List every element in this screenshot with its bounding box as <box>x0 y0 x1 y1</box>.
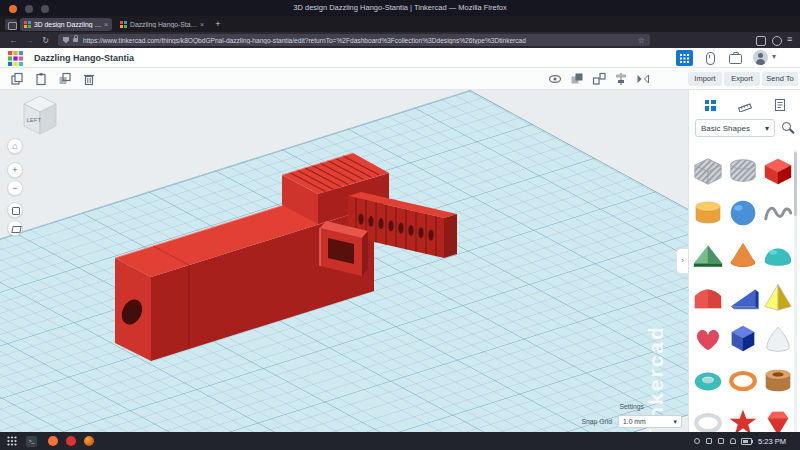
account-caret-icon[interactable]: ▾ <box>772 52 776 61</box>
shape-paraboloid[interactable] <box>760 318 795 360</box>
tray-volume-icon[interactable] <box>718 438 724 444</box>
shape-scribble[interactable] <box>760 192 795 234</box>
shape-star[interactable] <box>725 402 760 432</box>
shape-wedge[interactable] <box>725 276 760 318</box>
delete-button[interactable] <box>82 72 96 86</box>
firefox-app-icon[interactable] <box>48 436 58 446</box>
export-button[interactable]: Export <box>724 72 760 86</box>
home-view-button[interactable]: ⌂ <box>7 138 23 154</box>
shape-box[interactable] <box>760 150 795 192</box>
browser-app-icon[interactable] <box>66 436 76 446</box>
shape-round-roof[interactable] <box>690 276 725 318</box>
mouse-settings-icon[interactable] <box>706 52 715 65</box>
tinkercad-logo[interactable] <box>8 51 23 66</box>
canvas-viewport[interactable]: LEFT ⌂ + − › Tinkercad Settings Snap Gri… <box>0 90 688 432</box>
tinkercad-favicon <box>24 21 31 28</box>
search-icon <box>782 122 791 131</box>
design-title[interactable]: Dazzling Hango-Stantia <box>34 53 134 63</box>
fit-view-icon <box>12 207 20 215</box>
new-tab-button[interactable]: + <box>212 18 224 30</box>
navigation-bar: ← → ↻ https://www.tinkercad.com/things/k… <box>0 32 800 48</box>
shape-polygon[interactable] <box>725 318 760 360</box>
show-all-button[interactable] <box>548 72 562 86</box>
shape-tube[interactable] <box>760 360 795 402</box>
import-button[interactable]: Import <box>688 72 722 86</box>
snap-grid-caret-icon: ▾ <box>674 418 677 426</box>
zoom-in-button[interactable]: + <box>7 162 23 178</box>
shape-cone[interactable] <box>725 234 760 276</box>
battery-icon <box>741 438 752 445</box>
shape-category-select[interactable]: Basic Shapes ▾ <box>695 119 775 137</box>
refresh-button[interactable]: ↻ <box>40 35 51 46</box>
shape-pyramid[interactable] <box>760 276 795 318</box>
settings-label[interactable]: Settings <box>619 403 644 410</box>
align-button[interactable] <box>614 72 628 86</box>
zoom-out-button[interactable]: − <box>7 180 23 196</box>
panel-scrollbar[interactable] <box>794 150 797 432</box>
url-bar[interactable]: https://www.tinkercad.com/things/k8OQbdG… <box>58 34 650 46</box>
shape-diamond[interactable] <box>760 402 795 432</box>
shape-hole-box[interactable] <box>690 150 725 192</box>
snap-grid-value: 1.0 mm <box>623 418 646 425</box>
perspective-toggle-button[interactable] <box>7 220 23 236</box>
tray-status-icon[interactable] <box>694 438 700 444</box>
copy-button[interactable] <box>10 72 24 86</box>
shape-half-sphere[interactable] <box>760 234 795 276</box>
tab-3d-design[interactable]: 3D design Dazzling Hango-Stantia × <box>20 18 112 32</box>
shapes-library-tab[interactable] <box>699 95 721 115</box>
tray-network-icon[interactable] <box>706 438 712 444</box>
window-titlebar: 3D design Dazzling Hango-Stantia | Tinke… <box>0 0 800 16</box>
firefox-view-icon[interactable] <box>5 19 17 30</box>
back-button[interactable]: ← <box>8 35 19 46</box>
shape-hole-cylinder[interactable] <box>725 150 760 192</box>
model-svg <box>0 90 688 432</box>
mirror-button[interactable] <box>636 72 650 86</box>
shape-roof[interactable] <box>690 234 725 276</box>
tab-dashboard[interactable]: Dazzling Hango-Stantia : Edit × <box>116 18 208 32</box>
shapes-library-icon <box>705 100 716 111</box>
panel-collapse-handle[interactable]: › <box>676 248 688 274</box>
ruler-tool[interactable] <box>734 95 756 115</box>
avatar[interactable] <box>753 50 768 65</box>
tab-label: Dazzling Hango-Stantia : Edit <box>130 21 198 28</box>
briefcase-icon[interactable] <box>729 54 742 64</box>
extensions-icon[interactable] <box>756 36 766 46</box>
tab-bar: 3D design Dazzling Hango-Stantia × Dazzl… <box>0 16 800 32</box>
apps-menu-icon[interactable] <box>7 436 17 446</box>
shape-torus[interactable] <box>690 360 725 402</box>
perspective-icon <box>11 226 21 233</box>
send-to-button[interactable]: Send To <box>762 72 798 86</box>
tracking-shield-icon[interactable] <box>63 37 69 44</box>
terminal-app-icon[interactable]: >_ <box>26 436 37 447</box>
apps-grid-icon <box>680 54 689 63</box>
apps-grid-button[interactable] <box>676 50 693 66</box>
account-icon[interactable] <box>772 36 782 46</box>
lock-icon[interactable] <box>73 38 78 42</box>
shape-sphere[interactable] <box>725 192 760 234</box>
shape-torus-thin[interactable] <box>725 360 760 402</box>
tray-bluetooth-icon[interactable] <box>730 438 736 444</box>
model-gun[interactable] <box>115 153 457 361</box>
bookmark-star-icon[interactable]: ☆ <box>638 36 645 45</box>
shape-category-value: Basic Shapes <box>701 124 750 133</box>
url-text: https://www.tinkercad.com/things/k8OQbdG… <box>83 37 634 44</box>
shape-ring[interactable] <box>690 402 725 432</box>
image-editor-app-icon[interactable] <box>84 436 94 446</box>
paste-button[interactable] <box>34 72 48 86</box>
fit-view-button[interactable] <box>7 202 23 218</box>
notes-icon <box>773 98 787 112</box>
tab-close-icon[interactable]: × <box>200 21 204 28</box>
tab-close-icon[interactable]: × <box>104 21 108 28</box>
menu-icon[interactable]: ≡ <box>787 34 792 44</box>
duplicate-button[interactable] <box>58 72 72 86</box>
notes-tool[interactable] <box>769 95 791 115</box>
shape-heart[interactable] <box>690 318 725 360</box>
view-cube-face-label: LEFT <box>27 117 42 123</box>
ungroup-button[interactable] <box>592 72 606 86</box>
snap-grid-select[interactable]: 1.0 mm ▾ <box>618 415 682 428</box>
group-button[interactable] <box>570 72 584 86</box>
forward-button[interactable]: → <box>24 35 35 46</box>
shape-cylinder[interactable] <box>690 192 725 234</box>
search-shapes-button[interactable] <box>780 120 796 136</box>
view-cube[interactable]: LEFT <box>16 90 64 138</box>
